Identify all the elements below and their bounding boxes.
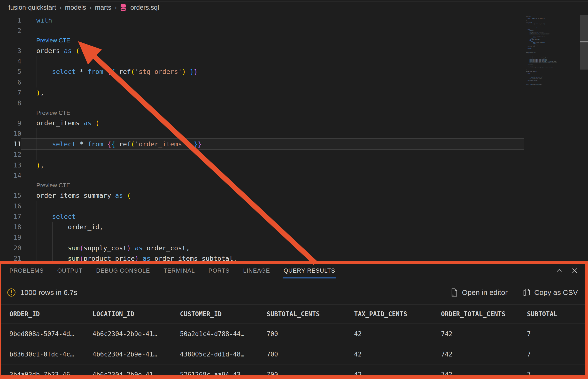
line-number: 6 [0, 79, 21, 86]
code-token [91, 119, 95, 127]
code-line[interactable]: select * from {{ ref('stg_orders') }} [21, 66, 588, 77]
open-in-editor-label: Open in editor [462, 288, 507, 297]
panel-tab-query-results[interactable]: QUERY RESULTS [284, 261, 335, 281]
line-number: 20 [0, 244, 21, 252]
line-number: 11 [0, 140, 21, 148]
code-token [80, 119, 84, 127]
indent-guide [52, 222, 53, 261]
code-line[interactable]: select * from {{ ref('order_items') }} [21, 138, 588, 150]
panel-tab-lineage[interactable]: LINEAGE [243, 261, 270, 281]
line-number: 15 [0, 192, 21, 199]
breadcrumb-segment[interactable]: fusion-quickstart [8, 4, 56, 11]
table-cell: 700 [267, 371, 354, 378]
open-in-editor-button[interactable]: Open in editor [451, 288, 507, 297]
line-number: 16 [0, 202, 21, 210]
table-row[interactable]: 9bed808a-5074-4d…4b6c2304-2b9e-41…50a2d1… [0, 324, 588, 344]
panel-tab-output[interactable]: OUTPUT [57, 261, 83, 281]
code-line[interactable]: select [21, 211, 588, 222]
code-line[interactable]: order_id, [21, 222, 588, 232]
line-number: 10 [0, 130, 21, 137]
query-results-table: ORDER_IDLOCATION_IDCUSTOMER_IDSUBTOTAL_C… [0, 304, 588, 379]
code-token: orders [36, 47, 60, 55]
indent-guide [37, 128, 37, 160]
bottom-panel: PROBLEMSOUTPUTDEBUG CONSOLETERMINALPORTS… [0, 261, 588, 379]
table-cell: 438005c2-dd1d-48… [180, 351, 267, 358]
database-icon [120, 4, 126, 11]
code-token: supply_cost [84, 244, 127, 252]
panel-tab-label: OUTPUT [57, 267, 83, 274]
code-token: { [111, 68, 115, 75]
table-row[interactable]: b83630c1-0fdc-4c…4b6c2304-2b9e-41…438005… [0, 344, 588, 364]
warning-icon [7, 288, 16, 297]
chevron-up-icon[interactable] [556, 267, 563, 274]
code-token: * [80, 68, 84, 75]
code-lens-preview-cte[interactable]: Preview CTE [36, 182, 70, 189]
query-results-statusbar: 1000 rows in 6.7s Open in editor [0, 281, 588, 304]
code-line[interactable]: ), [21, 160, 588, 170]
panel-tab-label: PORTS [209, 267, 230, 274]
code-token: , [40, 161, 44, 169]
code-token [76, 68, 80, 75]
code-token: { [107, 68, 111, 75]
code-line[interactable]: order_items_summary as ( [21, 190, 588, 201]
scrollbar-marker [580, 41, 588, 42]
code-token [151, 255, 154, 261]
code-token [36, 213, 52, 220]
breadcrumb-file[interactable]: orders.sql [130, 4, 159, 11]
code-token: ) [135, 255, 138, 261]
line-number: 9 [0, 119, 21, 127]
table-cell: b83630c1-0fdc-4c… [9, 351, 92, 358]
code-token: as [135, 244, 143, 252]
code-token [84, 140, 87, 148]
code-token: 'stg_orders' [135, 68, 182, 75]
table-cell: 42 [354, 351, 441, 358]
panel-tab-ports[interactable]: PORTS [209, 261, 230, 281]
table-cell: 700 [267, 351, 354, 358]
table-cell: 9bed808a-5074-4d… [9, 330, 92, 338]
code-token [186, 68, 190, 75]
line-number: 13 [0, 161, 21, 169]
table-cell: 742 [441, 330, 527, 338]
code-token: ( [76, 47, 80, 55]
breadcrumb-segment[interactable]: marts [95, 4, 111, 11]
line-number: 12 [0, 151, 21, 158]
line-number: 3 [0, 47, 21, 55]
code-token [84, 68, 87, 75]
code-line[interactable]: sum(supply_cost) as order_cost, [21, 243, 588, 253]
table-cell: 4b6c2304-2b9e-41 [92, 371, 180, 378]
line-number: 17 [0, 213, 21, 220]
code-lens-preview-cte[interactable]: Preview CTE [36, 110, 70, 116]
code-line[interactable]: order_items as ( [21, 118, 588, 128]
minimap[interactable]: with orders as ( select * from {{ ref('s… [524, 15, 580, 261]
table-row[interactable]: 3b4a03db-7b23-464b6c2304-2b9e-415261268c… [0, 364, 588, 379]
code-token: ( [80, 244, 84, 252]
line-number: 14 [0, 172, 21, 179]
code-token: ) [36, 89, 40, 96]
panel-tab-problems[interactable]: PROBLEMS [9, 261, 44, 281]
code-line[interactable]: orders as ( [21, 46, 588, 56]
code-token [103, 140, 107, 148]
editor-scrollbar[interactable] [580, 15, 588, 261]
panel-tab-label: LINEAGE [243, 267, 270, 274]
table-cell: 4b6c2304-2b9e-41… [92, 351, 180, 358]
line-number: 5 [0, 68, 21, 75]
code-lens-preview-cte[interactable]: Preview CTE [36, 37, 70, 44]
close-icon[interactable] [571, 267, 578, 274]
code-token [76, 140, 80, 148]
code-line[interactable]: with [21, 15, 588, 25]
code-line[interactable]: sum(product_price) as order_items_subtot… [21, 253, 588, 261]
code-token [111, 192, 115, 199]
panel-tab-label: DEBUG CONSOLE [96, 267, 150, 274]
breadcrumb-segment[interactable]: models [65, 4, 86, 11]
panel-tab-label: TERMINAL [164, 267, 195, 274]
code-token: , [40, 89, 44, 96]
copy-as-csv-button[interactable]: Copy as CSV [523, 288, 578, 297]
code-line[interactable]: ), [21, 87, 588, 98]
code-token: order_items_subtotal, [154, 255, 237, 261]
code-token: as [84, 119, 91, 127]
table-header-row: ORDER_IDLOCATION_IDCUSTOMER_IDSUBTOTAL_C… [0, 304, 588, 324]
panel-tab-debug-console[interactable]: DEBUG CONSOLE [96, 261, 150, 281]
panel-tab-terminal[interactable]: TERMINAL [164, 261, 195, 281]
code-token: as [115, 192, 123, 199]
code-editor[interactable]: 1with2Preview CTE3orders as (45 select *… [0, 15, 588, 261]
